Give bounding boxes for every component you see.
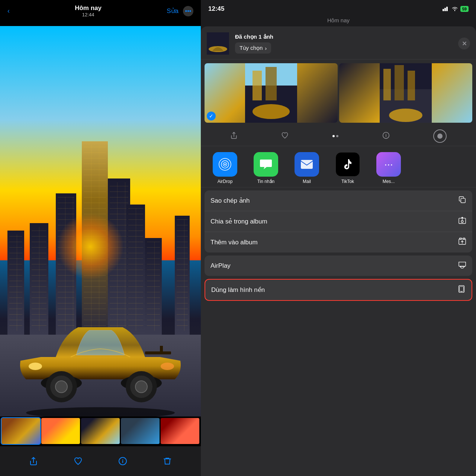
svg-point-44 — [461, 291, 462, 292]
add-album-label: Thêm vào album — [210, 239, 258, 246]
share-info: Đã chọn 1 ảnh Tùy chọn › — [235, 33, 452, 54]
close-button[interactable]: ✕ — [458, 38, 470, 49]
back-button[interactable]: ‹ — [7, 7, 10, 15]
edit-button[interactable]: Sửa — [167, 7, 178, 15]
airplay-label: AirPlay — [210, 262, 231, 270]
mail-icon — [295, 152, 319, 177]
wifi-icon — [451, 6, 458, 12]
more-button[interactable]: ••• — [183, 6, 193, 16]
svg-rect-43 — [460, 287, 464, 292]
photos-strip: ✓ — [201, 60, 476, 126]
copy-icon — [458, 196, 466, 206]
app-item-messages[interactable]: Tin nhắn — [245, 152, 286, 184]
heart-button[interactable] — [70, 453, 86, 469]
copy-photo-label: Sao chép ảnh — [210, 197, 250, 205]
share-album-icon — [458, 216, 466, 226]
svg-rect-40 — [460, 238, 462, 239]
thumb-4[interactable] — [121, 418, 160, 444]
thumb-2[interactable] — [41, 418, 80, 444]
share-title: Đã chọn 1 ảnh — [235, 33, 452, 40]
svg-rect-14 — [443, 9, 444, 11]
add-album-item[interactable]: Thêm vào album — [205, 232, 472, 253]
wallpaper-label: Dùng làm hình nền — [211, 286, 265, 294]
action-list: Sao chép ảnh Chia sẻ trong album — [201, 187, 476, 476]
add-album-icon — [458, 237, 466, 247]
photo-thumb-2[interactable] — [339, 63, 472, 123]
svg-point-29 — [389, 109, 422, 122]
close-icon: ✕ — [462, 40, 467, 47]
svg-point-38 — [461, 221, 463, 223]
wallpaper-item[interactable]: Dùng làm hình nền — [205, 280, 472, 300]
svg-rect-9 — [145, 351, 171, 354]
svg-rect-28 — [408, 71, 415, 100]
share-button[interactable] — [25, 453, 42, 469]
svg-point-34 — [224, 164, 226, 165]
options-button[interactable]: Tùy chọn › — [235, 42, 271, 54]
thumb-3[interactable] — [81, 418, 120, 444]
app-item-mail[interactable]: Mail — [286, 152, 327, 184]
share-album-item[interactable]: Chia sẻ trong album — [205, 211, 472, 232]
svg-rect-10 — [160, 346, 163, 353]
page-title: Hôm nay — [75, 4, 102, 12]
right-status-bar: 12:45 59 — [201, 0, 476, 16]
thumbnail-strip — [0, 416, 201, 446]
svg-point-8 — [135, 381, 147, 393]
messages-label: Tin nhắn — [257, 179, 275, 184]
more-label: Mes... — [383, 179, 395, 184]
svg-rect-22 — [266, 67, 277, 100]
battery-badge: 59 — [460, 6, 469, 12]
svg-point-12 — [161, 363, 174, 370]
airdrop-label: AirDrop — [218, 179, 233, 184]
svg-rect-15 — [444, 8, 446, 11]
thumb-5[interactable] — [161, 418, 199, 444]
svg-rect-16 — [446, 7, 448, 11]
photo-thumb-1[interactable]: ✓ — [205, 63, 338, 123]
wallpaper-section: Dùng làm hình nền — [205, 279, 472, 301]
mini-info-button[interactable] — [382, 132, 390, 141]
right-buttons: Sửa ••• — [167, 6, 193, 16]
app-item-more[interactable]: ··· Mes... — [368, 152, 409, 184]
action-section-2: AirPlay — [205, 255, 472, 276]
airplay-icon — [458, 261, 466, 271]
status-time-left: 12:44 — [75, 12, 102, 17]
mini-heart-button[interactable] — [281, 132, 289, 141]
app-item-airdrop[interactable]: AirDrop — [205, 152, 245, 184]
thumb-1[interactable] — [1, 418, 40, 444]
left-status-bar: ‹ Hôm nay 12:44 Sửa ••• — [0, 0, 201, 19]
dot-row — [332, 135, 338, 137]
svg-point-5 — [55, 381, 67, 393]
photo-mini-bar — [201, 126, 476, 146]
svg-rect-36 — [461, 198, 465, 203]
svg-point-23 — [253, 104, 290, 119]
car-container — [4, 298, 197, 416]
main-photo — [0, 26, 201, 416]
svg-rect-26 — [383, 69, 391, 100]
app-item-tiktok[interactable]: TikTok — [327, 152, 368, 184]
car-scene — [0, 26, 201, 416]
wallpaper-icon — [457, 285, 466, 295]
svg-rect-27 — [395, 65, 404, 100]
signal-icon — [443, 6, 449, 12]
left-panel: ‹ Hôm nay 12:44 Sửa ••• — [0, 0, 201, 476]
messages-icon — [254, 152, 278, 177]
trash-button[interactable] — [159, 453, 176, 469]
airplay-item[interactable]: AirPlay — [205, 255, 472, 276]
svg-rect-35 — [301, 160, 313, 169]
share-sheet: Đã chọn 1 ảnh Tùy chọn › ✕ ✓ — [201, 26, 476, 476]
chevron-left-icon: ‹ — [7, 7, 10, 15]
svg-rect-21 — [253, 71, 262, 100]
copy-photo-item[interactable]: Sao chép ảnh — [205, 190, 472, 211]
more-app-icon: ··· — [376, 152, 401, 177]
share-thumbnail — [207, 32, 229, 55]
more-icon: ••• — [185, 8, 192, 15]
share-album-label: Chia sẻ trong album — [210, 218, 267, 225]
info-button[interactable] — [115, 453, 131, 469]
title-area: Hôm nay 12:44 — [75, 4, 102, 17]
hom-nay-label: Hôm nay — [201, 16, 476, 26]
svg-point-11 — [29, 363, 42, 370]
options-label: Tùy chọn — [239, 45, 263, 51]
status-icons: 59 — [443, 6, 469, 12]
mini-share-button[interactable] — [230, 132, 238, 141]
mail-label: Mail — [303, 179, 311, 184]
camera-button[interactable] — [433, 129, 447, 143]
